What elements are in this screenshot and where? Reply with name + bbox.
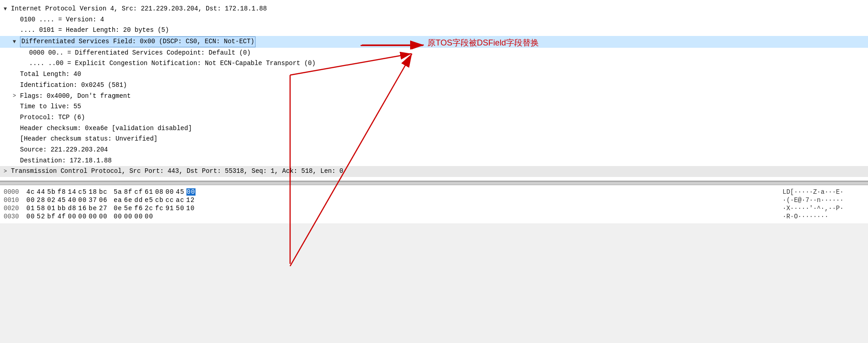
expand-icon-ip-header[interactable]: ▼ xyxy=(4,5,11,14)
hex-byte[interactable]: bf xyxy=(47,213,56,220)
hex-byte[interactable]: 45 xyxy=(57,197,66,204)
hex-byte[interactable]: 00 xyxy=(89,213,97,220)
hex-byte[interactable]: 2c xyxy=(145,205,153,212)
expand-icon-dsfield[interactable]: ▼ xyxy=(13,38,20,46)
hex-byte[interactable]: 28 xyxy=(37,197,45,204)
hex-byte[interactable]: 40 xyxy=(68,197,76,204)
hex-byte[interactable]: 10 xyxy=(186,205,195,212)
hex-offset: 0020 xyxy=(4,205,26,212)
hex-byte[interactable]: 27 xyxy=(99,205,108,212)
hex-spacer xyxy=(110,197,114,204)
hex-byte[interactable]: 50 xyxy=(176,205,185,212)
hex-row-row0[interactable]: 0000 4c445bf814c518bc 5a8fcf6108004500 L… xyxy=(0,188,868,196)
hex-byte[interactable]: f8 xyxy=(57,188,66,196)
hex-byte[interactable]: ac xyxy=(176,197,185,204)
hex-byte[interactable]: dd xyxy=(135,197,143,204)
tree-line-ttl[interactable]: Time to live: 55 xyxy=(0,101,868,112)
tree-line-header-len[interactable]: .... 0101 = Header Length: 20 bytes (5) xyxy=(0,25,868,36)
hex-byte[interactable]: 5b xyxy=(47,188,56,196)
hex-byte[interactable]: 12 xyxy=(186,197,195,204)
hex-byte[interactable]: cf xyxy=(135,188,143,196)
hex-byte[interactable]: 52 xyxy=(37,213,45,220)
hex-byte[interactable]: 00 xyxy=(166,188,174,196)
expand-icon-checksum xyxy=(13,124,20,133)
tree-line-dsfield[interactable]: ▼ Differentiated Services Field: 0x00 (D… xyxy=(0,36,868,48)
hex-byte[interactable]: 4f xyxy=(57,213,66,220)
hex-byte[interactable]: 18 xyxy=(89,188,97,196)
hex-byte[interactable]: 0e xyxy=(114,205,122,212)
hex-byte[interactable]: 45 xyxy=(176,188,185,196)
hex-byte[interactable]: 61 xyxy=(145,188,153,196)
hex-byte[interactable]: 02 xyxy=(47,197,56,204)
tree-line-version[interactable]: 0100 .... = Version: 4 xyxy=(0,15,868,25)
hex-byte[interactable]: 00 xyxy=(124,213,133,220)
tree-line-dscp[interactable]: 0000 00.. = Differentiated Services Code… xyxy=(0,48,868,59)
hex-byte[interactable]: cb xyxy=(155,197,164,204)
hex-byte[interactable]: be xyxy=(89,205,97,212)
hex-byte[interactable]: 37 xyxy=(89,197,97,204)
hex-byte[interactable]: 01 xyxy=(26,205,35,212)
tree-line-checksum-status[interactable]: [Header checksum status: Unverified] xyxy=(0,134,868,145)
hex-row-row2[interactable]: 0020 015801bbd816be27 0e5ef62cfc915010 ·… xyxy=(0,204,868,212)
hex-spacer xyxy=(110,205,114,212)
hex-byte[interactable]: 4c xyxy=(26,188,35,196)
hex-offset: 0000 xyxy=(4,188,26,196)
hex-ascii: ·R·O········ xyxy=(783,213,864,220)
expand-icon-flags[interactable]: > xyxy=(13,92,20,101)
tree-line-protocol[interactable]: Protocol: TCP (6) xyxy=(0,112,868,123)
hex-byte[interactable]: ea xyxy=(114,197,122,204)
hex-byte[interactable]: 00 xyxy=(26,197,35,204)
hex-byte[interactable]: 8f xyxy=(124,188,133,196)
tree-line-flags[interactable]: > Flags: 0x4000, Don't fragment xyxy=(0,91,868,102)
tree-line-identification[interactable]: Identification: 0x0245 (581) xyxy=(0,80,868,91)
hex-byte[interactable]: bc xyxy=(99,188,108,196)
hex-byte[interactable]: 00 xyxy=(78,197,87,204)
hex-ascii: ·X·····'·^·,··P· xyxy=(783,205,864,212)
hex-byte[interactable]: d8 xyxy=(68,205,76,212)
expand-icon-checksum-status xyxy=(13,135,20,144)
hex-byte[interactable]: 6e xyxy=(124,197,133,204)
hex-byte[interactable]: bb xyxy=(57,205,66,212)
hex-byte[interactable]: 44 xyxy=(37,188,45,196)
hex-byte[interactable]: 00 xyxy=(135,213,143,220)
tree-line-checksum[interactable]: Header checksum: 0xea6e [validation disa… xyxy=(0,123,868,134)
expand-icon-dscp xyxy=(22,49,29,57)
hex-byte[interactable]: 00 xyxy=(78,213,87,220)
tree-line-ip-header[interactable]: ▼ Internet Protocol Version 4, Src: 221.… xyxy=(0,4,868,15)
hex-byte[interactable]: cc xyxy=(166,197,174,204)
line-text-src: Source: 221.229.203.204 xyxy=(20,145,868,155)
hex-byte[interactable]: 00 xyxy=(26,213,35,220)
hex-row-row1[interactable]: 0010 0028024540003706 ea6edde5cbccac12 ·… xyxy=(0,196,868,204)
hex-byte[interactable]: 00 xyxy=(145,213,153,220)
tree-line-dst[interactable]: Destination: 172.18.1.88 xyxy=(0,156,868,166)
hex-byte[interactable]: 91 xyxy=(166,205,174,212)
hex-byte[interactable]: 14 xyxy=(68,188,76,196)
hex-byte[interactable]: 01 xyxy=(47,205,56,212)
hex-byte[interactable]: 00 xyxy=(68,213,76,220)
line-text-identification: Identification: 0x0245 (581) xyxy=(20,81,868,91)
tree-line-tcp[interactable]: > Transmission Control Protocol, Src Por… xyxy=(0,166,868,177)
hex-byte[interactable]: 5a xyxy=(114,188,122,196)
hex-byte[interactable]: 00 xyxy=(99,213,108,220)
tree-line-src[interactable]: Source: 221.229.203.204 xyxy=(0,145,868,156)
expand-icon-total-len xyxy=(13,71,20,79)
hex-byte[interactable]: c5 xyxy=(78,188,87,196)
hex-byte[interactable]: f6 xyxy=(135,205,143,212)
hex-row-row3[interactable]: 0030 0052bf4f00000000 00000000 ·R·O·····… xyxy=(0,212,868,221)
hex-byte[interactable]: 16 xyxy=(78,205,87,212)
hex-byte-selected[interactable]: 00 xyxy=(186,188,196,196)
line-text-dsfield: Differentiated Services Field: 0x00 (DSC… xyxy=(20,36,868,47)
expand-icon-ecn xyxy=(22,60,29,68)
tree-line-total-len[interactable]: Total Length: 40 xyxy=(0,69,868,80)
hex-byte[interactable]: 06 xyxy=(99,197,108,204)
line-text-ecn: .... ..00 = Explicit Congestion Notifica… xyxy=(29,59,868,69)
hex-byte[interactable]: 58 xyxy=(37,205,45,212)
hex-byte[interactable]: 08 xyxy=(155,188,164,196)
tree-line-ecn[interactable]: .... ..00 = Explicit Congestion Notifica… xyxy=(0,58,868,69)
hex-byte[interactable]: e5 xyxy=(145,197,153,204)
hex-byte[interactable]: 00 xyxy=(114,213,122,220)
hex-byte[interactable]: 5e xyxy=(124,205,133,212)
hex-byte[interactable]: fc xyxy=(155,205,164,212)
hex-spacer xyxy=(110,213,114,220)
expand-icon-tcp[interactable]: > xyxy=(4,167,11,176)
